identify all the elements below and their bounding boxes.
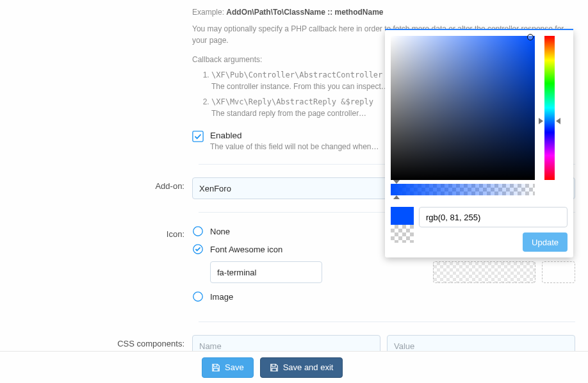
save-exit-button[interactable]: Save and exit: [260, 357, 343, 378]
hue-arrow-left-icon: [539, 118, 543, 124]
alpha-slider[interactable]: [391, 184, 535, 195]
footer-toolbar: Save Save and exit: [0, 351, 588, 383]
color-picker-popup: Update: [385, 30, 573, 257]
css-label: CSS components:: [0, 335, 192, 348]
enabled-checkbox[interactable]: [192, 131, 204, 142]
save-button[interactable]: Save: [202, 357, 254, 378]
save-icon: [270, 363, 279, 372]
css-components-row: CSS components:: [0, 331, 588, 351]
saturation-value-panel[interactable]: [391, 36, 535, 180]
callback-arg2-desc: The standard reply from the page control…: [211, 109, 366, 118]
icon-fa-label: Font Awesome icon: [210, 245, 282, 254]
addon-label: Add-on:: [0, 177, 192, 191]
callback-arg1-code: \XF\Pub\Controller\AbstractController: [211, 70, 382, 79]
callback-arg1-desc: The controller instance. From this you c…: [211, 82, 389, 91]
save-icon: [211, 363, 220, 372]
icon-none-label: None: [210, 227, 230, 236]
svg-point-3: [193, 292, 202, 301]
alpha-arrow-bottom-icon: [393, 195, 400, 199]
radio-checked-icon: [192, 243, 204, 255]
callback-arg2-code: \XF\Mvc\Reply\AbstractReply &$reply: [211, 97, 373, 106]
radio-unchecked-icon: [192, 225, 204, 237]
enabled-hint: The value of this field will not be chan…: [210, 142, 379, 151]
css-value-input[interactable]: [387, 335, 575, 351]
icon-color-swatch[interactable]: [433, 261, 535, 283]
color-value-input[interactable]: [419, 207, 568, 227]
color-preview-new: [391, 207, 414, 225]
hue-arrow-right-icon: [556, 118, 560, 124]
enabled-label: Enabled: [210, 131, 379, 140]
hue-slider[interactable]: [539, 36, 560, 180]
color-update-button[interactable]: Update: [523, 232, 568, 252]
svg-point-1: [193, 227, 202, 236]
css-name-input[interactable]: [192, 335, 380, 351]
callback-example: Example: AddOn\Path\To\ClassName :: meth…: [192, 6, 575, 18]
sv-cursor-icon: [527, 34, 534, 40]
svg-rect-0: [193, 131, 203, 142]
icon-image-label: Image: [210, 292, 233, 302]
icon-label: Icon:: [0, 225, 192, 239]
icon-color-small-swatch[interactable]: [542, 261, 575, 283]
color-preview-old[interactable]: [391, 225, 414, 243]
fa-icon-input[interactable]: [210, 261, 322, 283]
radio-unchecked-icon: [192, 291, 204, 302]
alpha-arrow-top-icon: [393, 180, 400, 184]
icon-image-radio[interactable]: Image: [192, 291, 575, 302]
